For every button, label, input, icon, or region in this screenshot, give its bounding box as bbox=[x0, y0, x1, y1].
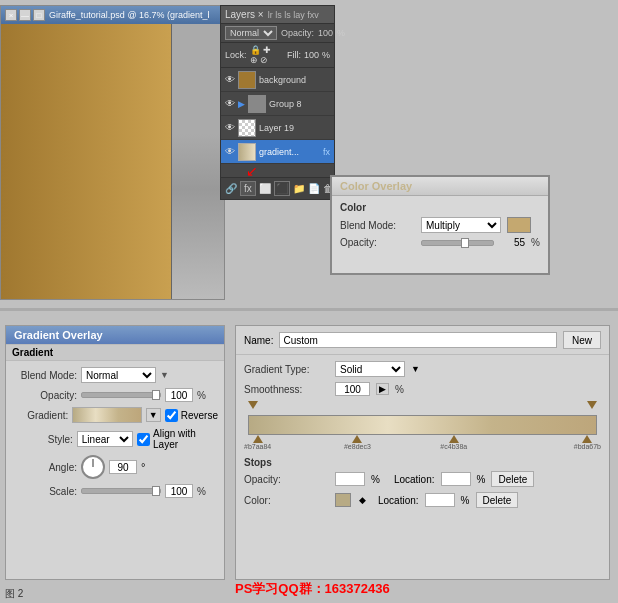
ge-color-label: Color: bbox=[244, 495, 329, 506]
go-opacity-row: Opacity: 100 % bbox=[12, 388, 218, 402]
gradient-editor-header: Name: New bbox=[236, 326, 609, 355]
opacity-stop-right[interactable] bbox=[587, 401, 597, 409]
canvas-sidebar bbox=[171, 24, 224, 299]
stop-label-3: #c4b38a bbox=[440, 443, 467, 450]
blend-mode-select[interactable]: Multiply bbox=[421, 217, 501, 233]
opacity-slider[interactable] bbox=[421, 240, 494, 246]
watermark: PS学习QQ群：163372436 bbox=[235, 580, 390, 598]
stop-label-2: #e8dec3 bbox=[344, 443, 371, 450]
layer-thumbnail bbox=[238, 143, 256, 161]
link-icon[interactable]: 🔗 bbox=[225, 183, 237, 194]
fill-percent: % bbox=[322, 50, 330, 60]
location-percent: % bbox=[477, 474, 486, 485]
color-swatch[interactable] bbox=[507, 217, 531, 233]
go-style-label: Style: bbox=[12, 434, 73, 445]
gradient-editor-body: Gradient Type: Solid ▼ Smoothness: ▶ % bbox=[236, 355, 609, 519]
eye-icon[interactable]: 👁 bbox=[225, 74, 235, 85]
ge-smoothness-input[interactable] bbox=[335, 382, 370, 396]
color-stop-4[interactable]: #bda67b bbox=[574, 435, 601, 450]
ge-type-select[interactable]: Solid bbox=[335, 361, 405, 377]
color-stop-1[interactable]: #b7aa84 bbox=[244, 435, 271, 450]
go-angle-label: Angle: bbox=[12, 462, 77, 473]
angle-indicator bbox=[93, 459, 94, 467]
layer-thumbnail bbox=[248, 95, 266, 113]
go-opacity-slider[interactable] bbox=[81, 392, 161, 398]
figure-text: 图 2 bbox=[5, 588, 23, 599]
ge-opacity-label: Opacity: bbox=[244, 474, 329, 485]
opacity-stop-row: Opacity: % Location: % Delete bbox=[244, 471, 601, 487]
maximize-button[interactable]: □ bbox=[33, 9, 45, 21]
blend-mode-select[interactable]: Normal bbox=[225, 26, 277, 40]
align-label: Align with Layer bbox=[153, 428, 218, 450]
fill-label: Fill: bbox=[287, 50, 301, 60]
opacity-stop-value[interactable] bbox=[335, 472, 365, 486]
opacity-value: 55 bbox=[500, 237, 525, 248]
add-mask-icon[interactable]: ⬜ bbox=[259, 183, 271, 194]
opacity-delete-button[interactable]: Delete bbox=[491, 471, 534, 487]
eye-icon[interactable]: 👁 bbox=[225, 146, 235, 157]
color-overlay-title: Color Overlay bbox=[332, 177, 548, 196]
stop-label-1: #b7aa84 bbox=[244, 443, 271, 450]
layer-item-background[interactable]: 👁 background bbox=[221, 68, 334, 92]
go-scale-slider[interactable] bbox=[81, 488, 161, 494]
ge-name-input[interactable] bbox=[279, 332, 557, 348]
layer-item-gradient[interactable]: 👁 gradient... fx bbox=[221, 140, 334, 164]
layer-mode-row: Normal Opacity: 100 % bbox=[221, 24, 334, 43]
color-location-value[interactable] bbox=[425, 493, 455, 507]
minimize-button[interactable]: — bbox=[19, 9, 31, 21]
window-title: Giraffe_tutorial.psd @ 16.7% (gradient_b… bbox=[49, 10, 209, 20]
go-opacity-input[interactable]: 100 bbox=[165, 388, 193, 402]
go-scale-label: Scale: bbox=[12, 486, 77, 497]
go-angle-row: Angle: ° bbox=[12, 455, 218, 479]
folder-icon[interactable]: 📁 bbox=[293, 183, 305, 194]
color-stops-bottom: #b7aa84 #e8dec3 #c4b38a #bda67b bbox=[244, 435, 601, 453]
opacity-stop-left[interactable] bbox=[248, 401, 258, 409]
reverse-checkbox[interactable] bbox=[165, 409, 178, 422]
color-location-label: Location: bbox=[378, 495, 419, 506]
go-angle-input[interactable] bbox=[109, 460, 137, 474]
layer-item-group8[interactable]: 👁 ▶ Group 8 bbox=[221, 92, 334, 116]
go-scale-input[interactable] bbox=[165, 484, 193, 498]
new-layer-icon[interactable]: 📄 bbox=[308, 183, 320, 194]
go-scale-row: Scale: % bbox=[12, 484, 218, 498]
go-style-select[interactable]: Linear bbox=[77, 431, 133, 447]
ge-smoothness-arrow[interactable]: ▶ bbox=[376, 383, 389, 395]
gradient-section-header: Gradient bbox=[6, 344, 224, 361]
color-overlay-panel: Color Overlay Color Blend Mode: Multiply… bbox=[330, 175, 550, 275]
opacity-label: Opacity: bbox=[340, 237, 415, 248]
location-label: Location: bbox=[394, 474, 435, 485]
angle-dial[interactable] bbox=[81, 455, 105, 479]
eye-icon[interactable]: 👁 bbox=[225, 98, 235, 109]
go-opacity-percent: % bbox=[197, 390, 206, 401]
color-delete-button[interactable]: Delete bbox=[476, 492, 519, 508]
layer-name: Layer 19 bbox=[259, 123, 330, 133]
eye-icon[interactable]: 👁 bbox=[225, 122, 235, 133]
layers-panel-title: Layers × bbox=[225, 9, 264, 20]
location-value[interactable] bbox=[441, 472, 471, 486]
opacity-value: 100 bbox=[318, 28, 333, 38]
type-arrow: ▼ bbox=[411, 364, 420, 374]
close-button[interactable]: × bbox=[5, 9, 17, 21]
fx-btn[interactable]: fx bbox=[240, 181, 256, 196]
add-layer-icon[interactable]: ⬛ bbox=[274, 181, 290, 196]
gradient-dropdown[interactable]: ▼ bbox=[146, 408, 161, 422]
layer-item-19[interactable]: 👁 Layer 19 bbox=[221, 116, 334, 140]
go-blend-select[interactable]: Normal bbox=[81, 367, 156, 383]
go-gradient-label: Gradient: bbox=[12, 410, 68, 421]
dropdown-arrow: ▼ bbox=[160, 370, 169, 380]
gradient-bar[interactable] bbox=[248, 415, 597, 435]
ge-type-label: Gradient Type: bbox=[244, 364, 329, 375]
color-stop-swatch[interactable] bbox=[335, 493, 351, 507]
align-checkbox[interactable] bbox=[137, 433, 150, 446]
angle-degree: ° bbox=[141, 461, 145, 473]
align-checkbox-label: Align with Layer bbox=[137, 428, 218, 450]
color-stop-3[interactable]: #c4b38a bbox=[440, 435, 467, 450]
color-stop-2[interactable]: #e8dec3 bbox=[344, 435, 371, 450]
canvas-window: × — □ Giraffe_tutorial.psd @ 16.7% (grad… bbox=[0, 5, 225, 300]
opacity-percent: % bbox=[337, 28, 345, 38]
gradient-preview[interactable] bbox=[72, 407, 142, 423]
color-overlay-title-text: Color Overlay bbox=[340, 180, 412, 192]
layers-panel: Layers × lr ls ls lay fxv Normal Opacity… bbox=[220, 5, 335, 200]
ge-new-button[interactable]: New bbox=[563, 331, 601, 349]
ge-type-row: Gradient Type: Solid ▼ bbox=[244, 361, 601, 377]
